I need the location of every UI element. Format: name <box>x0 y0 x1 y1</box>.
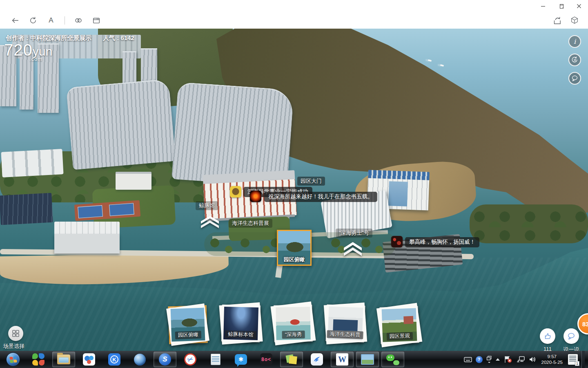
taskbar-browser-globe[interactable] <box>128 352 151 367</box>
scene-thumbnail-whale-museum[interactable]: 鲸豚标本馆 <box>221 305 261 342</box>
danmaku-avatar <box>230 186 241 197</box>
danmaku-text: 祝深海所越来越好！我儿于在那念书五载。 <box>264 192 377 202</box>
minimize-icon <box>541 4 546 9</box>
taskbar-sticky-notes[interactable] <box>280 352 303 367</box>
like-button[interactable] <box>540 328 555 344</box>
taskbar-chat-app[interactable]: ✱ <box>229 352 252 367</box>
sticky-notes-icon <box>285 353 298 366</box>
chat-bubble-icon <box>567 332 576 341</box>
notes-badge: 1 <box>575 361 579 366</box>
taskbar-notepad[interactable] <box>204 352 227 367</box>
gyroscope-toggle-button[interactable] <box>568 54 581 66</box>
scene-select-label: 场景选择 <box>3 343 24 350</box>
help-tray-icon[interactable]: ? <box>476 356 483 363</box>
info-icon: i <box>574 38 576 45</box>
notes-tray-icon[interactable]: 1 <box>568 354 578 365</box>
save-window-icon <box>92 16 101 25</box>
read-aloud-button[interactable]: A <box>45 14 57 27</box>
comments-button[interactable] <box>568 72 581 85</box>
panorama-viewport[interactable]: 创作者：中科院深海所全景展示 人气 : 6142 720yun .com i 园… <box>0 29 588 351</box>
danmaku-avatar <box>391 236 403 247</box>
hotspot-submersible[interactable]: “深海勇士”号 <box>336 229 372 238</box>
windows-taskbar: K S ✂ ✱ 8o< <box>0 351 588 368</box>
photo-viewer-icon <box>361 354 374 365</box>
show-hidden-icons-button[interactable] <box>496 358 500 361</box>
windows-logo-icon <box>6 352 20 366</box>
site-logo[interactable]: 720yun .com <box>4 41 52 62</box>
input-keyboard-tray-icon[interactable] <box>464 357 472 362</box>
taskbar-thunder[interactable] <box>305 352 328 367</box>
restore-button[interactable] <box>552 0 570 12</box>
word-icon: W <box>336 353 348 366</box>
clock-date: 2020-5-25 <box>541 359 563 365</box>
window-titlebar[interactable] <box>0 0 588 12</box>
cube-icon <box>570 16 579 25</box>
comment-label: 说一说 <box>560 346 582 351</box>
netdisk-icon <box>83 353 95 366</box>
taskbar-screenshot-tool[interactable]: ✂ <box>179 352 202 367</box>
scene-building <box>116 172 151 190</box>
show-desktop-button[interactable] <box>581 351 585 368</box>
volume-tray-icon[interactable] <box>529 356 536 363</box>
k-app-icon: K <box>108 353 120 366</box>
taskbar-file-explorer[interactable] <box>52 352 75 367</box>
save-button[interactable] <box>90 14 102 27</box>
taskbar-sogou-input[interactable]: S <box>154 352 176 367</box>
network-tray-icon[interactable] <box>516 355 525 364</box>
like-count: 111 <box>540 346 555 351</box>
taskbar-word[interactable]: W <box>331 352 354 367</box>
link-icon <box>74 16 83 25</box>
link-button[interactable] <box>72 14 85 27</box>
wechat-icon <box>386 354 399 365</box>
taskbar-bok-app[interactable]: 8o< <box>255 352 278 367</box>
start-button[interactable] <box>2 352 24 367</box>
scene-thumbnail-overview[interactable]: 园区俯瞰 <box>168 305 207 344</box>
back-button[interactable] <box>9 14 21 27</box>
close-icon <box>577 4 581 9</box>
star-bubble-icon: ✱ <box>235 354 247 365</box>
taskbar-baidu-netdisk[interactable] <box>78 352 100 367</box>
popularity-label: 人气 : 6142 <box>103 34 134 42</box>
language-bar-tray-icon[interactable] <box>486 355 492 364</box>
scene-thumbnail-submersible[interactable]: “深海勇 <box>274 305 313 342</box>
hotspot-chevron-up[interactable] <box>341 240 364 258</box>
hotspot-overview-label: 园区俯瞰 <box>284 256 305 263</box>
pinwheel-icon <box>32 353 45 366</box>
hotspot-chevron-up[interactable] <box>198 215 221 230</box>
bok-icon: 8o< <box>260 353 272 366</box>
comment-input-button[interactable] <box>564 328 579 344</box>
share-icon <box>552 16 561 25</box>
hotspot-overview-thumbnail[interactable]: 园区俯瞰 <box>277 230 312 266</box>
taskbar-clock[interactable]: 9:57 2020-5-25 <box>540 354 564 365</box>
scene-solar-panels <box>0 193 53 225</box>
taskbar-sogou-browser[interactable] <box>27 352 50 367</box>
taskbar-k-app[interactable]: K <box>103 352 126 367</box>
taskbar-wechat[interactable] <box>381 352 404 367</box>
info-button[interactable]: i <box>568 35 581 48</box>
folder-icon <box>57 355 70 364</box>
danmaku-avatar <box>250 191 261 202</box>
grid-icon <box>12 330 20 337</box>
hotspot-gate[interactable]: 园区大门 <box>297 177 325 186</box>
danmaku-text: 攀高峰，畅胸怀，扬国威！ <box>405 237 479 247</box>
scene-boat <box>428 59 432 62</box>
refresh-button[interactable] <box>27 14 39 27</box>
action-center-flag-icon[interactable] <box>503 355 512 364</box>
globe-icon <box>134 354 146 366</box>
minimize-button[interactable] <box>534 0 552 12</box>
scene-select-button[interactable] <box>8 326 23 341</box>
clock-time: 9:57 <box>541 354 563 359</box>
danmaku-comment: 祝深海所越来越好！我儿于在那念书五载。 <box>250 191 377 202</box>
hotspot-whale-hall[interactable]: 鲸豚馆 <box>196 201 218 210</box>
hotspot-eco-exhibit[interactable]: 海洋生态科普展 <box>229 219 272 228</box>
restore-icon <box>559 4 564 9</box>
3d-view-button[interactable] <box>568 14 581 27</box>
scene-thumbnail-landscape[interactable]: 园区景观 <box>379 306 419 344</box>
scene-thumbnail-eco-exhibit[interactable]: 海洋生态科普 <box>325 304 365 342</box>
taskbar-photo-viewer[interactable] <box>356 352 379 367</box>
scene-shore-trees <box>470 204 588 243</box>
close-button[interactable] <box>570 0 588 12</box>
scene-warehouse <box>54 222 120 255</box>
share-button[interactable] <box>550 14 563 27</box>
notepad-icon <box>211 354 220 365</box>
